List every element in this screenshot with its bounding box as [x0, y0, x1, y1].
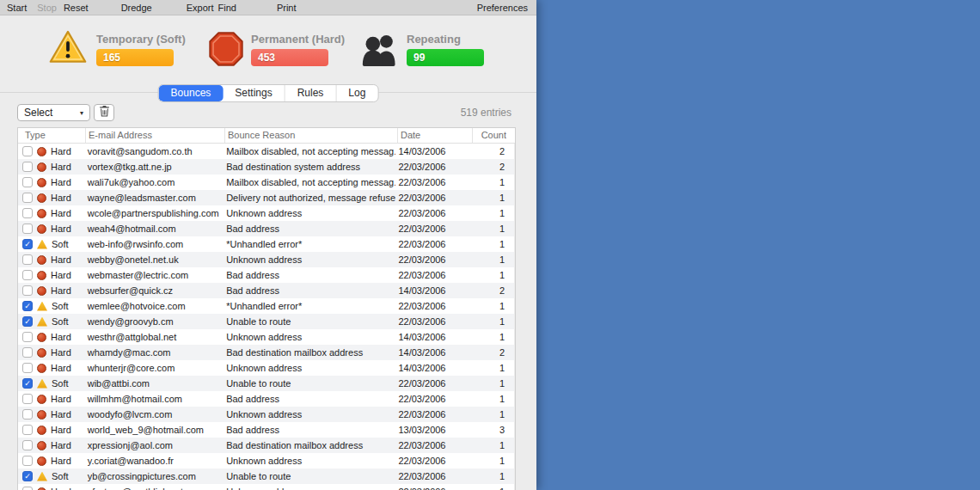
- row-checkbox[interactable]: ✓: [22, 239, 33, 249]
- type-cell: Hard: [18, 347, 85, 358]
- menu-item-export[interactable]: Export: [187, 3, 214, 13]
- table-row[interactable]: Hardwhamdy@mac.comBad destination mailbo…: [18, 345, 515, 360]
- table-row[interactable]: Hardvoravit@sangudom.co.thMailbox disabl…: [18, 144, 515, 159]
- column-header-email[interactable]: E-mail Address: [85, 128, 224, 143]
- tab-rules[interactable]: Rules: [285, 85, 336, 101]
- row-gutter: [514, 376, 515, 391]
- table-row[interactable]: Hardworld_web_9@hotmail.comBad address13…: [18, 422, 515, 438]
- table-row[interactable]: ✓Softweb-info@rwsinfo.com*Unhandled erro…: [18, 236, 515, 252]
- reason-cell: Bad destination mailbox address: [224, 440, 395, 450]
- row-checkbox[interactable]: [22, 456, 33, 466]
- count-cell: 1: [470, 239, 505, 249]
- row-checkbox[interactable]: [22, 487, 33, 490]
- menu-item-print[interactable]: Print: [277, 3, 297, 13]
- row-checkbox[interactable]: [22, 394, 33, 404]
- hard-bounce-icon: [37, 162, 46, 172]
- row-checkbox[interactable]: ✓: [22, 378, 33, 389]
- row-checkbox[interactable]: [22, 146, 33, 156]
- menu-item-find[interactable]: Find: [218, 3, 236, 13]
- table-row[interactable]: Hardwoodyfo@lvcm.comUnknown address22/03…: [18, 407, 515, 422]
- menu-item-preferences[interactable]: Preferences: [477, 3, 528, 13]
- count-cell: 1: [470, 332, 505, 342]
- email-cell: yb@crossingpictures.com: [85, 471, 224, 481]
- table-row[interactable]: Hardweah4@hotmail.comBad address22/03/20…: [18, 221, 515, 236]
- row-checkbox[interactable]: [22, 270, 33, 280]
- row-checkbox[interactable]: ✓: [22, 471, 33, 481]
- type-cell: Hard: [18, 425, 85, 435]
- row-checkbox[interactable]: [22, 409, 33, 420]
- column-header-date[interactable]: Date: [397, 128, 472, 143]
- row-checkbox[interactable]: ✓: [22, 316, 33, 327]
- reason-cell: Unknown address: [224, 487, 395, 490]
- table-row[interactable]: Hardwebsurfer@quick.czBad address14/03/2…: [18, 283, 515, 298]
- row-gutter: [514, 159, 515, 175]
- menu-item-start[interactable]: Start: [7, 3, 27, 13]
- count-cell: 1: [470, 254, 505, 265]
- table-row[interactable]: Hardwhunterjr@core.comUnknown address14/…: [18, 360, 515, 376]
- table-row[interactable]: ✓Softwendy@groovyb.cmUnable to route22/0…: [18, 314, 515, 329]
- tab-log[interactable]: Log: [335, 85, 377, 101]
- reason-cell: Bad address: [224, 224, 395, 234]
- table-row[interactable]: Hardwesthr@attglobal.netUnknown address1…: [18, 329, 515, 345]
- entries-count: 519 entries: [461, 107, 511, 119]
- table-header: Type E-mail Address Bounce Reason Date C…: [18, 128, 515, 144]
- menu-item-dredge[interactable]: Dredge: [121, 3, 152, 13]
- soft-bounce-icon: [37, 317, 47, 327]
- type-cell: Hard: [18, 162, 85, 172]
- table-row[interactable]: Hardyfcsteve@earthlink.netUnknown addres…: [18, 484, 515, 490]
- table-row[interactable]: ✓Softwib@attbi.comUnable to route22/03/2…: [18, 376, 515, 391]
- type-cell: Hard: [18, 394, 85, 404]
- column-header-type[interactable]: Type: [18, 128, 85, 143]
- row-gutter: [514, 438, 515, 453]
- count-cell: 1: [470, 456, 505, 466]
- reason-cell: Unable to route: [224, 471, 395, 481]
- row-checkbox[interactable]: [22, 347, 33, 358]
- delete-button[interactable]: [94, 104, 114, 121]
- table-row[interactable]: ✓Softwemlee@hotvoice.com*Unhandled error…: [18, 298, 515, 314]
- count-cell: 1: [470, 440, 505, 450]
- column-header-count[interactable]: Count: [472, 128, 506, 143]
- row-checkbox[interactable]: [22, 162, 33, 172]
- table-body: Hardvoravit@sangudom.co.thMailbox disabl…: [18, 144, 515, 490]
- type-cell: Hard: [18, 456, 85, 466]
- table-row[interactable]: Hardwcole@partnerspublishing.comUnknown …: [18, 205, 515, 221]
- row-gutter: [514, 484, 515, 490]
- row-gutter: [514, 360, 515, 376]
- row-checkbox[interactable]: [22, 193, 33, 203]
- count-cell: 1: [470, 363, 505, 373]
- row-checkbox[interactable]: [22, 363, 33, 373]
- select-dropdown[interactable]: Select ▾: [17, 104, 90, 121]
- table-row[interactable]: Hardxpressionj@aol.comBad destination ma…: [18, 438, 515, 453]
- table-row[interactable]: Hardy.coriat@wanadoo.frUnknown address22…: [18, 453, 515, 469]
- count-cell: 1: [470, 394, 505, 404]
- table-row[interactable]: Hardwebmaster@lectric.comBad address22/0…: [18, 267, 515, 283]
- email-cell: world_web_9@hotmail.com: [85, 425, 224, 435]
- date-cell: 22/03/2006: [395, 224, 470, 234]
- table-row[interactable]: Hardwali7uk@yahoo.comMailbox disabled, n…: [18, 175, 515, 190]
- row-checkbox[interactable]: [22, 425, 33, 435]
- count-cell: 1: [470, 270, 505, 280]
- row-checkbox[interactable]: [22, 208, 33, 218]
- column-header-reason[interactable]: Bounce Reason: [224, 128, 397, 143]
- row-checkbox[interactable]: [22, 177, 33, 187]
- row-checkbox[interactable]: [22, 332, 33, 342]
- tab-bounces[interactable]: Bounces: [159, 85, 224, 101]
- tab-settings[interactable]: Settings: [223, 85, 284, 101]
- table-row[interactable]: Hardwillmhm@hotmail.comBad address22/03/…: [18, 391, 515, 407]
- hard-bounce-icon: [37, 426, 46, 435]
- menu-item-reset[interactable]: Reset: [64, 3, 89, 13]
- type-cell: Hard: [18, 332, 85, 342]
- date-cell: 13/03/2006: [395, 425, 470, 435]
- table-row[interactable]: ✓Softyb@crossingpictures.comUnable to ro…: [18, 469, 515, 484]
- table-row[interactable]: Hardvortex@tkg.att.ne.jpBad destination …: [18, 159, 515, 175]
- row-checkbox[interactable]: ✓: [22, 301, 33, 311]
- row-checkbox[interactable]: [22, 224, 33, 234]
- hard-bounce-icon: [37, 224, 46, 234]
- date-cell: 22/03/2006: [395, 162, 470, 172]
- row-checkbox[interactable]: [22, 254, 33, 265]
- row-checkbox[interactable]: [22, 285, 33, 296]
- row-checkbox[interactable]: [22, 440, 33, 450]
- table-row[interactable]: Hardwebby@onetel.net.ukUnknown address22…: [18, 252, 515, 267]
- table-row[interactable]: Hardwayne@leadsmaster.comDelivery not au…: [18, 190, 515, 205]
- email-cell: webmaster@lectric.com: [85, 270, 224, 280]
